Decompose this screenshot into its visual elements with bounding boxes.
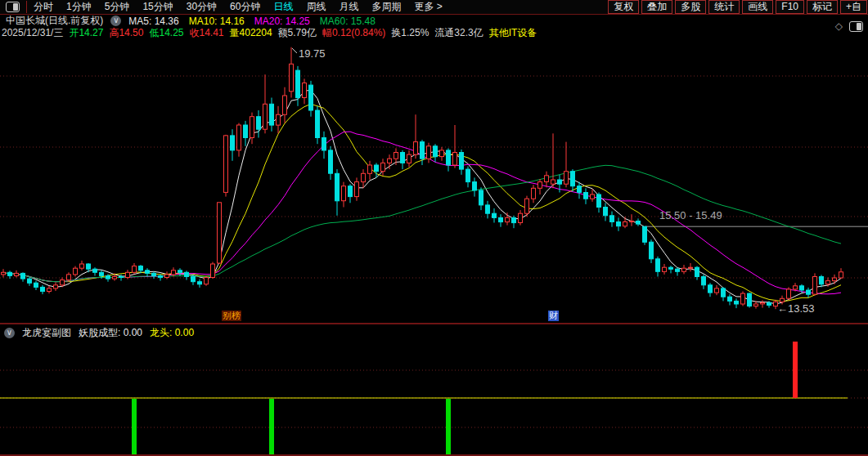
period-tab-3[interactable]: 15分钟 <box>142 0 173 14</box>
candles <box>2 47 843 310</box>
gap-price-label: 15.50 - 15.49 <box>659 209 722 221</box>
green-signal-bar <box>132 399 137 454</box>
ma60-line <box>3 165 841 281</box>
period-tab-8[interactable]: 月线 <box>339 0 358 14</box>
indicator-name: 龙虎宴副图 <box>22 326 71 340</box>
ma-lines <box>3 90 841 304</box>
candlestick-chart-svg: 19.75←13.5315.50 - 15.49 <box>0 38 868 323</box>
indicator-field-0: 妖股成型: 0.00 <box>79 326 142 340</box>
sub-grid-lines <box>0 370 868 427</box>
toolbar-button-0[interactable]: 复权 <box>608 0 639 14</box>
ma-value-MA20: MA20: 14.25 <box>254 16 310 27</box>
toolbar-button-5[interactable]: F10 <box>776 0 804 14</box>
toolbar-buttons: 复权叠加多股统计画线F10标记+自 <box>608 0 867 14</box>
chevron-down-circle-icon[interactable]: ∨ <box>110 16 121 26</box>
period-tab-4[interactable]: 30分钟 <box>187 0 217 14</box>
period-tab-0[interactable]: 分时 <box>34 0 53 14</box>
info-field-7: 换1.25% <box>391 26 429 37</box>
toolbar-button-2[interactable]: 多股 <box>675 0 706 14</box>
chart-corner-icons: ◇ <box>835 20 863 32</box>
stock-info-row: 中国长城(日线.前复权) ∨ MA5: 14.36MA10: 14.16MA20… <box>6 16 376 26</box>
app-window: 分时1分钟5分钟15分钟30分钟60分钟日线周线月线多周期更多 > 复权叠加多股… <box>0 0 868 456</box>
top-toolbar: 分时1分钟5分钟15分钟30分钟60分钟日线周线月线多周期更多 > 复权叠加多股… <box>0 0 868 15</box>
indicator-chart-svg <box>0 324 868 454</box>
grid-lines <box>0 76 868 278</box>
green-signal-bar <box>269 399 274 454</box>
low-price-label: ←13.53 <box>777 302 815 315</box>
ohlc-info-row: 2025/12/31/三开14.27高14.50低14.25收14.41量402… <box>2 26 537 37</box>
layout-panel-icon[interactable] <box>849 21 863 32</box>
indicator-header: ∨ 龙虎宴副图 妖股成型: 0.00龙头: 0.00 <box>4 326 194 340</box>
toolbar-divider <box>26 1 27 13</box>
info-field-2: 低14.25 <box>149 26 183 37</box>
info-field-0: 开14.27 <box>69 26 103 37</box>
event-marker-0[interactable]: 别榜 <box>222 311 241 321</box>
indicator-field-1: 龙头: 0.00 <box>150 326 194 340</box>
event-marker-1[interactable]: 财 <box>548 311 559 321</box>
high-price-label: 19.75 <box>299 47 326 60</box>
sidebar-toggle-icon[interactable] <box>6 2 20 12</box>
info-field-6: 幅0.12(0.84%) <box>322 26 385 37</box>
info-field-9: 其他IT设备 <box>489 26 537 37</box>
info-field-8: 流通32.3亿 <box>434 26 483 37</box>
toolbar-button-7[interactable]: +自 <box>840 0 867 14</box>
ma-value-MA5: MA5: 14.36 <box>128 16 178 27</box>
info-field-5: 额5.79亿 <box>278 26 317 37</box>
trade-date: 2025/12/31/三 <box>2 26 63 37</box>
period-menu: 分时1分钟5分钟15分钟30分钟60分钟日线周线月线多周期更多 > <box>34 0 608 14</box>
toolbar-button-3[interactable]: 统计 <box>708 0 740 14</box>
high-arrow <box>292 48 297 53</box>
chevron-down-circle-icon[interactable]: ∨ <box>4 328 15 338</box>
ma-values-row: MA5: 14.36MA10: 14.16MA20: 14.25MA60: 15… <box>128 16 376 27</box>
period-tab-5[interactable]: 60分钟 <box>230 0 260 14</box>
ma5-line <box>3 90 841 304</box>
main-chart[interactable]: 19.75←13.5315.50 - 15.49 别榜财 <box>0 38 868 323</box>
layout-panel-fill <box>857 23 861 30</box>
period-tab-10[interactable]: 更多 > <box>414 0 442 14</box>
info-field-3: 收14.41 <box>190 26 224 37</box>
red-signal-bar <box>793 342 798 398</box>
ma-value-MA60: MA60: 15.48 <box>320 16 376 27</box>
toolbar-button-4[interactable]: 画线 <box>742 0 773 14</box>
period-tab-7[interactable]: 周线 <box>306 0 326 14</box>
info-field-1: 高14.50 <box>109 26 143 37</box>
sidebar-toggle-fill <box>13 3 18 11</box>
indicator-values-row: 妖股成型: 0.00龙头: 0.00 <box>79 326 194 340</box>
info-field-4: 量402204 <box>230 26 272 37</box>
diamond-mark-icon[interactable]: ◇ <box>835 20 843 32</box>
toolbar-button-1[interactable]: 叠加 <box>641 0 672 14</box>
period-tab-1[interactable]: 1分钟 <box>66 0 92 14</box>
period-tab-9[interactable]: 多周期 <box>371 0 401 14</box>
indicator-panel[interactable]: ∨ 龙虎宴副图 妖股成型: 0.00龙头: 0.00 <box>0 323 868 456</box>
period-tab-6[interactable]: 日线 <box>273 0 293 14</box>
ma-value-MA10: MA10: 14.16 <box>189 16 245 27</box>
toolbar-button-6[interactable]: 标记 <box>807 0 838 14</box>
period-tab-2[interactable]: 5分钟 <box>105 0 130 14</box>
green-signal-bar <box>446 399 451 454</box>
